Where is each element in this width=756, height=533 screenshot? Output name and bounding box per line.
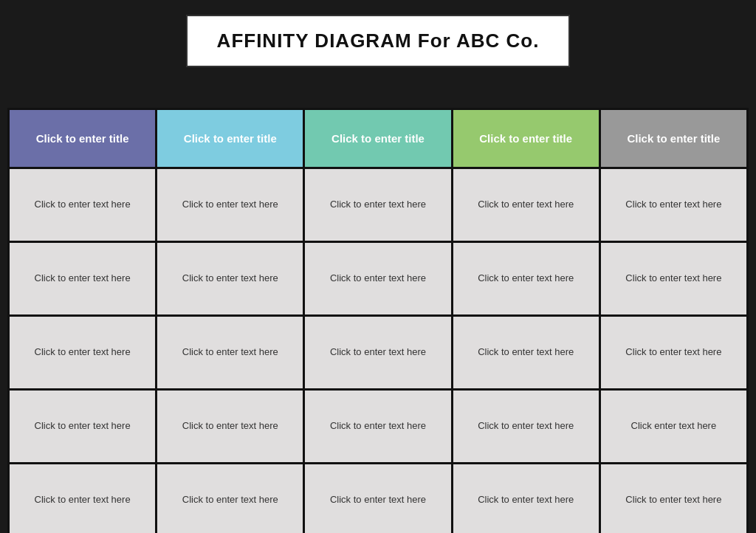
- affinity-diagram-grid: Click to enter titleClick to enter text …: [7, 108, 749, 533]
- diagram-title: AFFINITY DIAGRAM For ABC Co.: [217, 30, 540, 52]
- card-3-1[interactable]: Click to enter text here: [453, 243, 599, 317]
- card-0-1[interactable]: Click to enter text here: [10, 243, 155, 317]
- card-1-4[interactable]: Click to enter text here: [157, 464, 303, 533]
- column-2: Click to enter titleClick to enter text …: [305, 110, 453, 533]
- card-1-3[interactable]: Click to enter text here: [157, 391, 303, 464]
- column-header-4[interactable]: Click to enter title: [601, 110, 746, 169]
- column-header-0[interactable]: Click to enter title: [10, 110, 155, 169]
- card-4-0[interactable]: Click to enter text here: [601, 169, 746, 243]
- column-header-2[interactable]: Click to enter title: [305, 110, 450, 169]
- column-0: Click to enter titleClick to enter text …: [10, 110, 157, 533]
- card-2-2[interactable]: Click to enter text here: [305, 317, 450, 391]
- column-4: Click to enter titleClick to enter text …: [601, 110, 749, 533]
- card-2-1[interactable]: Click to enter text here: [305, 243, 450, 317]
- card-2-4[interactable]: Click to enter text here: [305, 464, 450, 533]
- card-0-0[interactable]: Click to enter text here: [10, 169, 155, 243]
- card-0-4[interactable]: Click to enter text here: [10, 464, 155, 533]
- card-4-2[interactable]: Click to enter text here: [601, 317, 746, 391]
- column-header-1[interactable]: Click to enter title: [157, 110, 303, 169]
- card-0-3[interactable]: Click to enter text here: [10, 391, 155, 464]
- card-4-3[interactable]: Click enter text here: [601, 391, 746, 464]
- card-1-0[interactable]: Click to enter text here: [157, 169, 303, 243]
- card-0-2[interactable]: Click to enter text here: [10, 317, 155, 391]
- card-1-1[interactable]: Click to enter text here: [157, 243, 303, 317]
- card-3-4[interactable]: Click to enter text here: [453, 464, 599, 533]
- card-2-3[interactable]: Click to enter text here: [305, 391, 450, 464]
- card-4-4[interactable]: Click to enter text here: [601, 464, 746, 533]
- column-1: Click to enter titleClick to enter text …: [157, 110, 305, 533]
- card-4-1[interactable]: Click to enter text here: [601, 243, 746, 317]
- diagram-title-box: AFFINITY DIAGRAM For ABC Co.: [186, 15, 571, 89]
- card-3-3[interactable]: Click to enter text here: [453, 391, 599, 464]
- column-3: Click to enter titleClick to enter text …: [453, 110, 601, 533]
- column-header-3[interactable]: Click to enter title: [453, 110, 599, 169]
- card-3-0[interactable]: Click to enter text here: [453, 169, 599, 243]
- card-2-0[interactable]: Click to enter text here: [305, 169, 450, 243]
- card-1-2[interactable]: Click to enter text here: [157, 317, 303, 391]
- card-3-2[interactable]: Click to enter text here: [453, 317, 599, 391]
